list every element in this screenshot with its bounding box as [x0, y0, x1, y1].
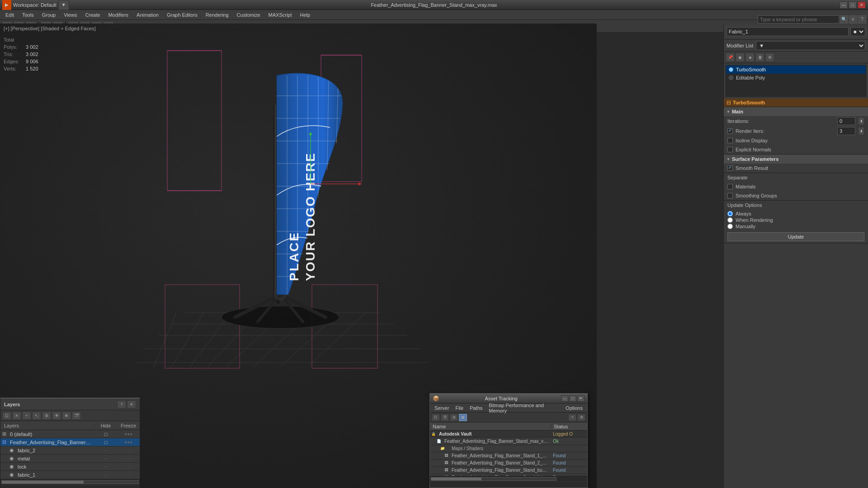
- menu-maxscript[interactable]: MAXScript: [265, 11, 296, 19]
- layers-scroll-thumb[interactable]: [2, 481, 84, 483]
- asset-win-btns: — □ ✕: [561, 395, 585, 402]
- layers-scrollbar[interactable]: [0, 479, 140, 485]
- asset-icon: 📦: [433, 395, 439, 402]
- asset-scrollbar[interactable]: [430, 476, 587, 481]
- modifier-list-row: Modifier List ▼: [724, 40, 868, 52]
- asset-settings-btn[interactable]: ⚙: [577, 414, 585, 421]
- close-btn[interactable]: ✕: [858, 1, 866, 9]
- asset-close-btn[interactable]: ✕: [577, 395, 585, 402]
- menu-rendering[interactable]: Rendering: [202, 11, 232, 19]
- layer-view-btn[interactable]: 👁: [52, 412, 61, 420]
- pin-stack-btn[interactable]: 📌: [726, 53, 735, 62]
- asset-diffuse1[interactable]: 🖼 Feather_Advertising_Flag_Banner_Stand_…: [430, 452, 587, 460]
- update-btn[interactable]: Update: [727, 232, 864, 241]
- layer-metal[interactable]: ◉ metal ··· ···: [0, 455, 140, 463]
- asset-menu-paths[interactable]: Paths: [467, 405, 485, 411]
- manually-label: Manually: [736, 224, 755, 229]
- svg-point-22: [222, 306, 339, 328]
- asset-tool1[interactable]: 🗋: [432, 414, 440, 421]
- modifier-list-dropdown[interactable]: ▼: [756, 41, 865, 50]
- main-label: Main: [732, 109, 743, 114]
- always-radio[interactable]: [727, 211, 733, 216]
- iterations-spinner[interactable]: ⬍: [858, 117, 864, 125]
- max-file-status: Ok: [551, 439, 587, 444]
- surface-section-header[interactable]: ▼ Surface Parameters: [724, 155, 868, 164]
- configure-btn[interactable]: ⚙: [765, 53, 774, 62]
- asset-help-btn[interactable]: ?: [568, 414, 576, 421]
- asset-menu-server[interactable]: Server: [432, 405, 452, 411]
- asset-diffuse2[interactable]: 🖼 Feather_Advertising_Flag_Banner_Stand_…: [430, 460, 587, 467]
- asset-menu-bitmap[interactable]: Bitmap Performance and Memory: [486, 402, 562, 414]
- menu-modifiers[interactable]: Modifiers: [104, 11, 132, 19]
- explicit-normals-checkbox[interactable]: [727, 147, 733, 152]
- layer-feather-banner-stand[interactable]: ⊟ Feather_Advertising_Flag_Banner_Stand …: [0, 438, 140, 446]
- layer-settings-btn[interactable]: ⚙: [42, 412, 51, 420]
- menu-graph-editors[interactable]: Graph Editors: [163, 11, 201, 19]
- render-iters-checkbox[interactable]: [727, 128, 733, 134]
- show-end-result-btn[interactable]: ◉: [736, 53, 745, 62]
- object-color-dropdown[interactable]: ■: [850, 27, 865, 36]
- main-section-header[interactable]: ▼ Main: [724, 107, 868, 116]
- menu-tools[interactable]: Tools: [19, 11, 38, 19]
- minimize-btn[interactable]: —: [840, 1, 848, 9]
- menu-views[interactable]: Views: [60, 11, 80, 19]
- layers-close-btn[interactable]: ✕: [127, 400, 136, 408]
- isoline-checkbox[interactable]: [727, 138, 733, 143]
- layer-fabric1-name: fabric_1: [16, 472, 94, 478]
- asset-menu-options[interactable]: Options: [563, 405, 585, 411]
- asset-maximize-btn[interactable]: □: [569, 395, 576, 402]
- asset-autodesk-vault[interactable]: 🔒 Autodesk Vault Logged O: [430, 431, 587, 438]
- layer-lock[interactable]: ◉ lock ··· ···: [0, 463, 140, 471]
- remove-modifier-btn[interactable]: 🗑: [755, 53, 764, 62]
- menu-animation[interactable]: Animation: [133, 11, 162, 19]
- layers-help-btn[interactable]: ?: [117, 400, 126, 408]
- search-btn[interactable]: 🔍: [840, 15, 848, 23]
- asset-maps-group[interactable]: 📁 Maps / Shaders: [430, 445, 587, 452]
- always-label: Always: [736, 211, 751, 216]
- manually-radio[interactable]: [727, 224, 733, 229]
- smooth-result-checkbox[interactable]: [727, 165, 733, 171]
- search-options-btn[interactable]: ≡: [849, 15, 857, 23]
- explicit-normals-label: Explicit Normals: [736, 147, 864, 152]
- when-rendering-radio[interactable]: [727, 217, 733, 223]
- asset-scroll-thumb[interactable]: [431, 478, 481, 480]
- workspace-dropdown[interactable]: ▼: [58, 0, 69, 10]
- asset-tool4[interactable]: ▦: [459, 414, 467, 421]
- select-layer-btn[interactable]: ↖: [32, 412, 41, 420]
- asset-menu-file[interactable]: File: [453, 405, 466, 411]
- render-iters-input[interactable]: [837, 127, 855, 135]
- help-icon[interactable]: ?: [858, 15, 866, 23]
- editable-poly-modifier[interactable]: Editable Poly: [726, 74, 866, 82]
- object-name-input[interactable]: [726, 27, 849, 36]
- asset-max-file[interactable]: 📄 Feather_Advertising_Flag_Banner_Stand_…: [430, 438, 587, 445]
- layer-freeze-btn[interactable]: ❄: [62, 412, 71, 420]
- svg-text:PLACE: PLACE: [287, 231, 301, 281]
- layer-fabric1[interactable]: ◉ fabric_1 ··· ···: [0, 471, 140, 479]
- add-to-layer-btn[interactable]: +: [22, 412, 31, 420]
- maximize-btn[interactable]: □: [849, 1, 857, 9]
- asset-tool2[interactable]: ☰: [441, 414, 449, 421]
- render-iters-spinner[interactable]: ⬍: [858, 127, 864, 135]
- asset-bump[interactable]: 🖼 Feather_Advertising_Flag_Banner_Stand_…: [430, 467, 587, 474]
- polys-label: Polys:: [4, 43, 24, 51]
- materials-checkbox[interactable]: [727, 184, 733, 189]
- turbosmooth-modifier[interactable]: TurboSmooth: [726, 66, 866, 74]
- asset-minimize-btn[interactable]: —: [561, 395, 568, 402]
- menu-create[interactable]: Create: [81, 11, 104, 19]
- modifier-icons: 📌 ◉ ◈ 🗑 ⚙: [724, 52, 868, 63]
- layer-0-default[interactable]: ⊞ 0 (default) □: [0, 430, 140, 438]
- search-input[interactable]: [758, 15, 839, 23]
- menu-help[interactable]: Help: [297, 11, 314, 19]
- menu-customize[interactable]: Customize: [233, 11, 264, 19]
- make-unique-btn[interactable]: ◈: [745, 53, 755, 62]
- menu-group[interactable]: Group: [38, 11, 60, 19]
- layer-render-btn[interactable]: 🎬: [72, 412, 81, 420]
- menu-edit[interactable]: Edit: [2, 11, 18, 19]
- layer-fabric2[interactable]: ◉ fabric_2 ··· ···: [0, 446, 140, 455]
- iterations-input[interactable]: [837, 117, 855, 125]
- asset-tool3[interactable]: ⊟: [450, 414, 458, 421]
- delete-layer-btn[interactable]: ✕: [12, 412, 21, 420]
- smoothing-groups-checkbox[interactable]: [727, 193, 733, 198]
- layers-scroll-track: [1, 480, 139, 484]
- new-layer-btn[interactable]: 🗋: [2, 412, 11, 420]
